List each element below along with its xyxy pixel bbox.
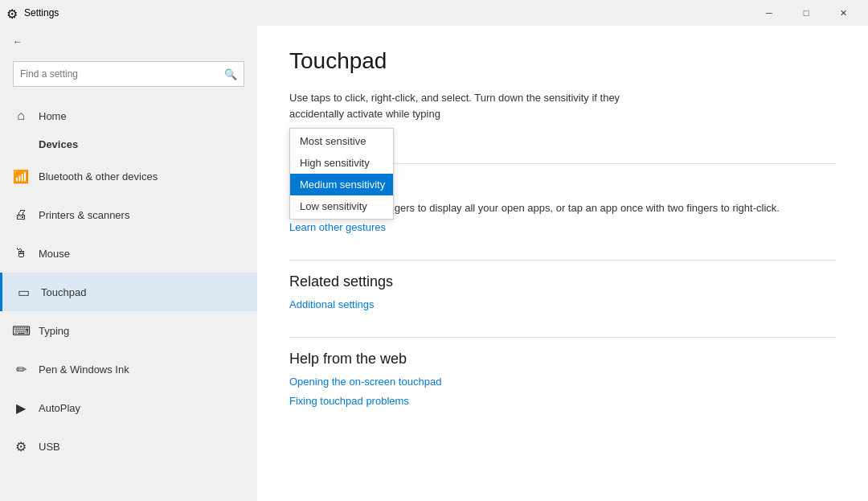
autoplay-icon: ▶	[13, 400, 29, 416]
search-icon: 🔍	[224, 68, 237, 80]
sidebar-item-mouse[interactable]: 🖱 Mouse	[0, 234, 257, 273]
sidebar-usb-label: USB	[39, 441, 60, 453]
sidebar-autoplay-label: AutoPlay	[39, 402, 80, 414]
sensitivity-dropdown-popup[interactable]: Most sensitive High sensitivity Medium s…	[289, 128, 394, 220]
dropdown-option-medium-sensitivity[interactable]: Medium sensitivity	[290, 174, 393, 195]
printers-icon: 🖨	[13, 207, 29, 223]
divider-3	[289, 337, 836, 338]
maximize-button[interactable]: □	[788, 0, 825, 26]
sidebar-typing-label: Typing	[39, 325, 69, 337]
sidebar-home-label: Home	[39, 110, 67, 122]
touchpad-description: Use taps to click, right-click, and sele…	[289, 90, 836, 121]
sidebar-item-touchpad[interactable]: ▭ Touchpad	[0, 273, 257, 311]
sidebar-item-autoplay[interactable]: ▶ AutoPlay	[0, 388, 257, 427]
sidebar-mouse-label: Mouse	[39, 248, 70, 260]
app-container: ← 🔍 ⌂ Home Devices 📶 Bluetooth & other d…	[0, 26, 868, 501]
related-settings-title: Related settings	[289, 273, 836, 290]
dropdown-option-high-sensitivity[interactable]: High sensitivity	[290, 152, 393, 174]
sidebar-item-pen[interactable]: ✏ Pen & Windows Ink	[0, 350, 257, 388]
mouse-icon: 🖱	[13, 245, 29, 261]
back-button[interactable]: ←	[0, 26, 257, 58]
search-input[interactable]	[20, 68, 224, 80]
search-box[interactable]: 🔍	[13, 61, 244, 87]
window-controls: ─ □ ✕	[751, 0, 862, 26]
sidebar-item-typing[interactable]: ⌨ Typing	[0, 311, 257, 350]
help-from-web-title: Help from the web	[289, 351, 836, 368]
sidebar-touchpad-label: Touchpad	[41, 286, 86, 298]
minimize-button[interactable]: ─	[751, 0, 788, 26]
home-icon: ⌂	[13, 108, 29, 124]
bluetooth-icon: 📶	[13, 168, 29, 184]
additional-settings-link[interactable]: Additional settings	[289, 298, 375, 310]
opening-on-screen-touchpad-link[interactable]: Opening the on-screen touchpad	[289, 376, 441, 388]
divider-2	[289, 260, 836, 261]
sidebar-pen-label: Pen & Windows Ink	[39, 363, 129, 376]
title-bar: ⚙ Settings ─ □ ✕	[0, 0, 868, 26]
dropdown-option-low-sensitivity[interactable]: Low sensitivity	[290, 195, 393, 217]
typing-icon: ⌨	[13, 322, 29, 339]
learn-other-gestures-link[interactable]: Learn other gestures	[289, 221, 386, 233]
related-settings-section: Related settings Additional settings	[289, 273, 836, 311]
dropdown-option-most-sensitive[interactable]: Most sensitive	[290, 130, 393, 152]
settings-app-icon: ⚙	[6, 6, 19, 19]
fixing-touchpad-problems-link[interactable]: Fixing touchpad problems	[289, 395, 409, 407]
sidebar: ← 🔍 ⌂ Home Devices 📶 Bluetooth & other d…	[0, 26, 257, 501]
sidebar-printers-label: Printers & scanners	[39, 209, 129, 221]
sidebar-item-bluetooth[interactable]: 📶 Bluetooth & other devices	[0, 157, 257, 195]
sidebar-item-printers[interactable]: 🖨 Printers & scanners	[0, 195, 257, 234]
sidebar-item-home[interactable]: ⌂ Home	[0, 97, 257, 135]
back-icon: ←	[13, 36, 23, 47]
help-from-web-section: Help from the web Opening the on-screen …	[289, 351, 836, 408]
pen-icon: ✏	[13, 361, 29, 377]
touchpad-icon: ▭	[15, 284, 31, 300]
title-bar-title: Settings	[24, 7, 751, 18]
sidebar-bluetooth-label: Bluetooth & other devices	[39, 170, 158, 183]
content-area: Touchpad Use taps to click, right-click,…	[257, 26, 868, 501]
sidebar-section-title: Devices	[0, 135, 257, 157]
page-title: Touchpad	[289, 48, 836, 74]
usb-icon: ⚙	[13, 438, 29, 454]
sidebar-item-usb[interactable]: ⚙ USB	[0, 427, 257, 466]
close-button[interactable]: ✕	[825, 0, 862, 26]
